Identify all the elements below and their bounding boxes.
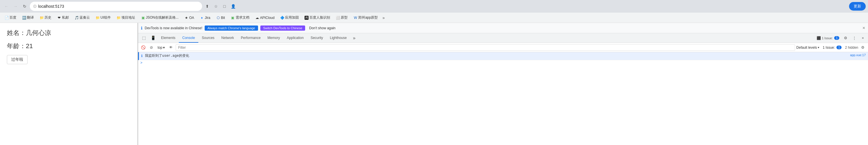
page-button[interactable]: 过年啦	[7, 55, 28, 64]
context-selector[interactable]: top ▾	[156, 45, 166, 50]
issue-count-display[interactable]: 1 Issue: 1	[823, 45, 842, 49]
bookmark-project[interactable]: 📁 项目地址	[114, 14, 137, 21]
lock-icon: ⓘ	[33, 4, 36, 9]
inspect-icon[interactable]: ⬚	[139, 33, 148, 43]
jira-icon: ♦	[200, 16, 204, 20]
issue-label-text: 1 Issue:	[823, 45, 835, 49]
issue-count-badge: 1	[834, 36, 839, 40]
bookmark-oa[interactable]: ★ OA	[182, 14, 196, 21]
clear-console-button[interactable]: 🚫	[140, 44, 147, 51]
tab-button[interactable]: □	[220, 2, 228, 10]
tab-performance[interactable]: Performance	[237, 33, 264, 43]
more-tabs-icon[interactable]: »	[351, 33, 358, 43]
info-message-icon: ℹ	[141, 54, 143, 58]
folder-icon: 📁	[96, 16, 100, 20]
bookmark-label: 历史	[44, 15, 51, 20]
bookmark-appfortify[interactable]: 🔷 应用加固	[278, 14, 301, 21]
address-bar-actions: ⬆ ☆ □ 👤	[203, 2, 237, 10]
devtools-panel: ℹ DevTools is now available in Chinese! …	[138, 23, 868, 145]
default-levels-arrow: ▾	[818, 46, 819, 49]
bookmark-lanzou[interactable]: 🎵 蓝奏云	[72, 14, 92, 21]
name-value: 几何心凉	[26, 29, 51, 36]
profile-button[interactable]: 👤	[229, 2, 237, 10]
browser-shell: ← → ↻ ⓘ localhost:5173 ⬆ ☆ □ 👤 更新 📄 百度 🔤…	[0, 0, 868, 145]
default-levels[interactable]: Default levels ▾	[796, 45, 819, 49]
tab-network[interactable]: Network	[218, 33, 237, 43]
dont-show-button[interactable]: Don't show again	[307, 25, 337, 31]
console-filter-input[interactable]	[176, 44, 795, 51]
bookmark-label: 百度	[9, 15, 17, 20]
bookmark-zhengzhou[interactable]: W 郑州app原型	[351, 14, 380, 21]
settings-button[interactable]: ⚙	[842, 34, 849, 42]
tab-application[interactable]: Application	[283, 33, 307, 43]
issue-badge[interactable]: ⬛ 1 Issue: 1	[815, 34, 841, 42]
bookmark-ui[interactable]: 📁 UI组件	[93, 14, 113, 21]
context-label: top	[158, 45, 162, 49]
address-bar[interactable]: ⓘ localhost:5173	[30, 2, 202, 11]
apicloud-icon: ☁	[255, 16, 259, 20]
console-settings-button[interactable]: ⚙	[859, 44, 866, 51]
bookmark-bit[interactable]: ⬡ Bit	[214, 14, 227, 21]
block-icon[interactable]: ⊘	[148, 44, 155, 51]
switch-language-button[interactable]: Switch DevTools to Chinese	[260, 26, 305, 31]
devtools-notification: ℹ DevTools is now available in Chinese! …	[138, 23, 868, 33]
lanzou-icon: 🎵	[74, 16, 79, 20]
bookmark-label: APICloud	[260, 16, 275, 20]
tab-lighthouse[interactable]: Lighthouse	[327, 33, 350, 43]
bookmark-label: 原型	[341, 15, 348, 20]
console-message-0: ℹ 我监听到了user.age的变化 app.vue:17	[138, 52, 868, 60]
age-value: 21	[26, 42, 33, 49]
forward-button[interactable]: →	[11, 2, 20, 10]
bookmark-proto[interactable]: ⬜ 原型	[334, 14, 350, 21]
console-expand-arrow[interactable]: >	[138, 60, 868, 65]
bookmark-face[interactable]: AI 百度人脸识别	[302, 14, 332, 21]
console-source-link[interactable]: app.vue:17	[850, 53, 866, 57]
page-content: 姓名：几何心凉 年龄：21 过年啦	[0, 23, 138, 145]
bookmark-mail[interactable]: ❤ 私邮	[55, 14, 71, 21]
context-dropdown-icon: ▾	[163, 45, 165, 49]
notification-close-button[interactable]: ×	[863, 26, 865, 31]
face-icon: AI	[305, 16, 309, 20]
bookmark-label: Bit	[221, 16, 225, 20]
age-field: 年龄：21	[7, 42, 131, 50]
tab-elements[interactable]: Elements	[158, 33, 179, 43]
close-devtools-button[interactable]: ×	[859, 34, 867, 42]
reload-button[interactable]: ↻	[21, 2, 29, 10]
tab-memory[interactable]: Memory	[264, 33, 283, 43]
bookmark-label: 应用加固	[285, 15, 299, 20]
tab-sources[interactable]: Sources	[198, 33, 218, 43]
eye-icon[interactable]: 👁	[167, 44, 175, 51]
bit-icon: ⬡	[216, 16, 220, 20]
bookmark-jira[interactable]: ♦ Jira	[197, 14, 212, 21]
bookmark-label: 私邮	[62, 15, 69, 20]
age-label: 年龄：	[7, 42, 26, 49]
share-button[interactable]: ⬆	[203, 2, 211, 10]
more-options-button[interactable]: ⋮	[850, 34, 858, 42]
oa-icon: ★	[184, 16, 188, 20]
mail-icon: ❤	[57, 16, 61, 20]
bookmark-requirements[interactable]: ▣ 需求文档	[228, 14, 252, 21]
bookmark-apicloud[interactable]: ☁ APICloud	[253, 14, 277, 21]
appfortify-icon: 🔷	[280, 16, 284, 20]
devtools-tab-right: ⬛ 1 Issue: 1 ⚙ ⋮ ×	[815, 33, 867, 43]
update-button[interactable]: 更新	[849, 2, 866, 11]
console-toolbar: 🚫 ⊘ top ▾ 👁 Default levels ▾ 1 Issue: 1 …	[138, 43, 868, 52]
match-language-button[interactable]: Always match Chrome's language	[205, 26, 258, 31]
bookmark-label: 翻译	[27, 15, 34, 20]
bookmark-label: 百度人脸识别	[309, 15, 330, 20]
bookmark-label: 蓝奏云	[80, 15, 90, 20]
tab-console[interactable]: Console	[179, 33, 198, 43]
bookmarks-more[interactable]: »	[381, 15, 386, 20]
bookmark-json[interactable]: ▣ JSON在线解析及格...	[138, 14, 181, 21]
bookmark-baidu[interactable]: 📄 百度	[2, 14, 19, 21]
bookmark-label: UI组件	[100, 15, 111, 20]
bookmark-translate[interactable]: 🔤 翻译	[20, 14, 36, 21]
bookmark-history[interactable]: 📁 历史	[37, 14, 54, 21]
tab-security[interactable]: Security	[307, 33, 327, 43]
device-icon[interactable]: 📱	[148, 33, 158, 43]
address-text: localhost:5173	[38, 4, 198, 9]
bookmark-button[interactable]: ☆	[212, 2, 220, 10]
back-button[interactable]: ←	[2, 2, 10, 10]
bookmark-label: JSON在线解析及格...	[146, 15, 179, 20]
folder-icon: 📁	[117, 16, 121, 20]
